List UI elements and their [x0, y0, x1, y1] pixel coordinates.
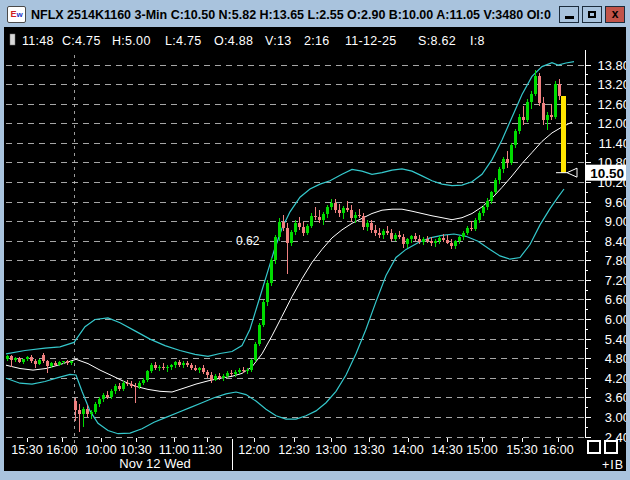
candle-up	[474, 220, 477, 228]
candle-up	[406, 239, 409, 244]
candle-up	[62, 361, 65, 362]
price-tick-label: 2.40	[605, 430, 626, 445]
candle-up	[26, 357, 29, 359]
price-tick-label: 3.00	[605, 410, 626, 425]
candle-down	[34, 361, 37, 363]
candle-up	[50, 363, 53, 366]
upper-band-line	[6, 62, 574, 357]
last-price-label: 10.50	[590, 166, 624, 181]
candle-down	[302, 227, 305, 234]
candle-up	[214, 376, 217, 379]
candle-down	[542, 103, 545, 120]
chart-client-area: 11:48C:4.75H:5.00L:4.75O:4.88V:132:1611-…	[4, 27, 626, 471]
candle-up	[306, 226, 309, 234]
candle-up	[342, 208, 345, 214]
candle-up	[534, 76, 537, 93]
candle-up	[458, 237, 461, 241]
candle-up	[226, 373, 229, 376]
candle-up	[114, 386, 117, 391]
candle-down	[550, 115, 553, 116]
candle-up	[510, 145, 513, 163]
candle-down	[338, 210, 341, 213]
candle-up	[98, 399, 101, 404]
candle-down	[426, 239, 429, 241]
candle-down	[522, 117, 525, 121]
candle-up	[222, 376, 225, 378]
candle-down	[190, 365, 193, 368]
candle-up	[514, 131, 517, 145]
candle-up	[394, 235, 397, 239]
candle-up	[166, 367, 169, 368]
time-tick-label: 15:30	[506, 443, 537, 457]
info-item: V:13	[265, 34, 291, 48]
minimize-button[interactable]	[559, 6, 579, 23]
candle-down	[242, 370, 245, 371]
candle-up	[422, 239, 425, 242]
bar-cursor-icon	[10, 34, 15, 45]
candle-down	[154, 365, 157, 368]
price-tick-label: 3.60	[605, 390, 626, 405]
candle-down	[118, 386, 121, 389]
candle-up	[490, 192, 493, 200]
candle-down	[314, 216, 317, 217]
candle-up	[354, 215, 357, 218]
candle-up	[22, 359, 25, 362]
info-item: S:8.62	[418, 34, 456, 48]
price-tick-label: 6.60	[605, 292, 626, 307]
time-tick-label: 12:00	[238, 443, 269, 457]
candle-up	[102, 395, 105, 400]
price-tick-label: 6.00	[605, 312, 626, 327]
candle-up	[122, 383, 125, 389]
candle-down	[86, 409, 89, 414]
time-tick-label: 15:30	[11, 443, 42, 457]
candle-down	[402, 237, 405, 244]
price-tick-label: 8.40	[605, 234, 626, 249]
info-item: O:4.88	[214, 34, 253, 48]
candle-up	[278, 222, 281, 238]
time-tick-label: 10:00	[85, 443, 116, 457]
price-tick-label: 7.80	[605, 253, 626, 268]
candle-down	[162, 367, 165, 369]
candle-up	[142, 380, 145, 383]
time-tick-label: 14:30	[431, 443, 462, 457]
app-icon-letter-w: w	[16, 11, 22, 19]
window-title: NFLX 2514K1160 3-Min C:10.50 N:5.82 H:13…	[31, 8, 554, 22]
page-button-1[interactable]	[588, 441, 600, 453]
candle-up	[410, 236, 413, 239]
window-controls: x	[559, 6, 625, 23]
candle-up	[238, 370, 241, 372]
chart-canvas[interactable]: 11:48C:4.75H:5.00L:4.75O:4.88V:132:1611-…	[4, 27, 626, 471]
maximize-button[interactable]	[582, 6, 602, 23]
candle-up	[150, 365, 153, 371]
candle-down	[286, 228, 289, 243]
price-tick-label: 12.60	[597, 97, 626, 112]
candle-down	[194, 368, 197, 369]
app-icon: Ew	[7, 6, 26, 23]
candle-up	[258, 325, 261, 345]
moving-average-line	[6, 122, 572, 392]
candle-down	[218, 376, 221, 377]
candle-down	[430, 241, 433, 243]
price-axis: 13.8013.2012.6012.0011.4010.8010.209.609…	[585, 50, 626, 445]
candle-down	[378, 233, 381, 235]
close-button[interactable]: x	[605, 6, 625, 23]
minimize-icon	[565, 16, 574, 19]
candle-up	[330, 203, 333, 208]
bollinger-bands	[6, 62, 574, 434]
info-bar: 11:48C:4.75H:5.00L:4.75O:4.88V:132:1611-…	[10, 34, 485, 48]
title-bar[interactable]: Ew NFLX 2514K1160 3-Min C:10.50 N:5.82 H…	[4, 3, 626, 26]
time-tick-label: 13:30	[353, 443, 384, 457]
candle-down	[10, 356, 13, 360]
price-annotation: 0.62	[236, 234, 260, 248]
time-tick-label: 12:30	[278, 443, 309, 457]
candle-up	[110, 391, 113, 398]
time-tick-label: 11:00	[159, 443, 189, 457]
candle-up	[254, 344, 257, 360]
candle-up	[466, 228, 469, 233]
candle-up	[326, 207, 329, 214]
candle-up	[170, 365, 173, 367]
candle-up	[322, 214, 325, 220]
candle-down	[346, 208, 349, 210]
candle-up	[290, 232, 293, 243]
candle-down	[358, 215, 361, 216]
